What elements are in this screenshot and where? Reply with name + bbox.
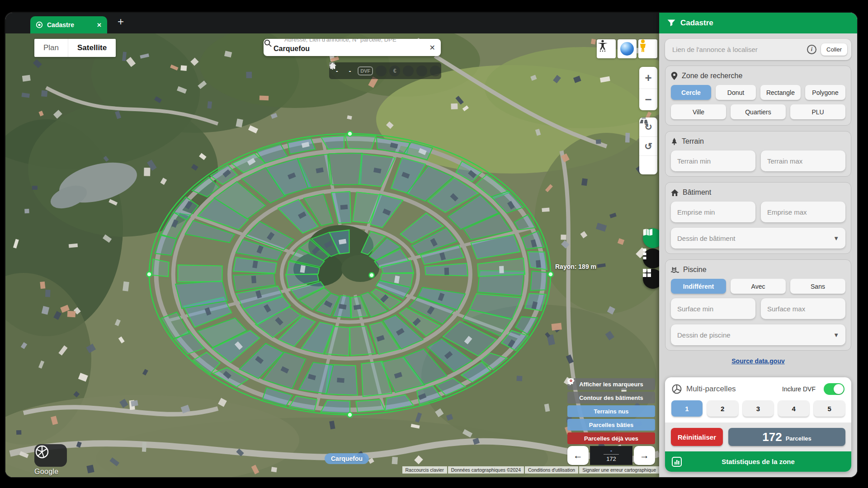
terrain-max-input[interactable]: Terrain max [761, 150, 845, 171]
parcel-counter: - 172 [590, 446, 632, 465]
parcel-slices-icon [672, 384, 682, 394]
chevron-down-icon: ▼ [833, 235, 839, 242]
stacked-squares-icon [643, 249, 646, 259]
zone-shape-donut[interactable]: Donut [716, 85, 756, 100]
toggle-bare-land-button[interactable]: Terrains nus [567, 405, 655, 417]
count-2-button[interactable]: 2 [707, 400, 738, 417]
tab-close-icon[interactable]: ✕ [97, 22, 102, 28]
zoom-out-button[interactable]: − [639, 89, 657, 110]
surface-min-input[interactable]: Surface min [671, 298, 755, 319]
count-3-button[interactable]: 3 [743, 400, 774, 417]
include-dvf-label: Inclure DVF [782, 385, 816, 393]
piscine-shape-select[interactable]: Dessin de piscine ▼ [671, 324, 845, 345]
browser-tab-cadastre[interactable]: Cadastre ✕ [30, 16, 107, 33]
dvf-badge[interactable]: DVF [358, 66, 373, 75]
toggle-seen-parcels-button[interactable]: Parcelles déjà vues [567, 432, 655, 444]
terms-link[interactable]: Conditions d'utilisation [525, 466, 578, 474]
batiment-section: Bâtiment Emprise min Emprise max Dessin … [665, 182, 851, 254]
parcel-total-label: Parcelles [786, 435, 811, 442]
pin-icon[interactable] [376, 66, 387, 76]
pool-ladder-icon [671, 267, 679, 273]
multi-parcelles-title: Multi-parcelles [686, 385, 778, 394]
search-clear-icon[interactable]: ✕ [429, 43, 435, 52]
terrain-min-input[interactable]: Terrain min [671, 150, 755, 171]
zone-shape-cercle[interactable]: Cercle [671, 85, 711, 100]
zone-shape-quartiers[interactable]: Quartiers [731, 104, 786, 119]
zoom-in-button[interactable]: + [639, 67, 657, 89]
toggle-markers-button[interactable]: Afficher les marqueurs [567, 378, 655, 390]
zone-shape-ville[interactable]: Ville [671, 104, 726, 119]
pegman-button[interactable] [638, 39, 657, 58]
parcel-total-button[interactable]: 172 Parcelles [728, 428, 845, 446]
prev-parcel-button[interactable]: ← [567, 446, 589, 465]
zone-shape-rectangle[interactable]: Rectangle [760, 85, 801, 100]
street-view-coverage-icon[interactable] [34, 444, 67, 467]
piscine-option-sans[interactable]: Sans [790, 279, 845, 294]
count-1-button[interactable]: 1 [671, 400, 703, 417]
parcel-pager: ← - 172 → [567, 446, 655, 465]
earth-view-button[interactable] [618, 39, 637, 58]
reset-button[interactable]: Réinitialiser [671, 428, 723, 446]
piscine-option-indifferent[interactable]: Indifférent [671, 279, 726, 294]
search-placeholder: Adresse, Lien d'annonce, N° parcelle, DP… [284, 39, 396, 43]
terrain-section: Terrain Terrain min Terrain max [665, 131, 851, 177]
piscine-option-avec[interactable]: Avec [731, 279, 786, 294]
city-label[interactable]: Carquefou [325, 453, 369, 464]
list-options-button[interactable] [643, 249, 659, 268]
grid-view-button[interactable] [643, 269, 659, 289]
report-error-link[interactable]: Signaler une erreur cartographique [579, 466, 659, 474]
grid-icon [643, 269, 651, 277]
zone-shape-polygone[interactable]: Polygone [805, 85, 845, 100]
folded-map-icon [643, 228, 653, 236]
toggle-building-outline-button[interactable]: Contour des bâtiments [567, 392, 655, 404]
multi-actions: Réinitialiser 172 Parcelles [665, 422, 851, 451]
chat-icon[interactable] [403, 66, 414, 76]
shortcuts-link[interactable]: Raccourcis clavier [402, 466, 447, 474]
next-parcel-button[interactable]: → [634, 446, 655, 465]
tilt-view-button[interactable] [639, 155, 657, 174]
filter-icon [667, 19, 675, 27]
surface-max-input[interactable]: Surface max [761, 298, 845, 319]
source-link-wrap: Source data.gouv [665, 357, 851, 365]
count-5-button[interactable]: 5 [814, 400, 845, 417]
tree-icon [671, 138, 678, 145]
count-4-button[interactable]: 4 [778, 400, 809, 417]
map-type-satellite[interactable]: Satellite [68, 39, 116, 57]
quick-filter-bar: - - DVF € [329, 62, 441, 79]
home-value: - [349, 67, 351, 75]
toggle-built-parcels-button[interactable]: Parcelles bâties [567, 419, 655, 431]
piscine-section: Piscine Indifférent Avec Sans Surface mi… [665, 259, 851, 351]
new-tab-button[interactable]: + [118, 15, 124, 28]
emprise-max-input[interactable]: Emprise max [761, 202, 845, 222]
include-dvf-toggle[interactable] [824, 383, 844, 395]
zone-section: Zone de recherche Cercle Donut Rectangle… [665, 66, 851, 126]
map-layers-button[interactable] [643, 228, 659, 248]
rotate-ccw-button[interactable]: ↺ [639, 136, 657, 155]
radius-label: Rayon: 189 m [555, 263, 596, 270]
accessibility-button[interactable] [597, 39, 616, 58]
batiment-shape-select[interactable]: Dessin de bâtiment ▼ [671, 228, 845, 249]
source-datagouv-link[interactable]: Source data.gouv [731, 357, 784, 365]
zone-statistics-button[interactable]: Statistiques de la zone [665, 451, 851, 472]
mail-icon[interactable] [416, 66, 427, 76]
terrain-section-title: Terrain [682, 137, 704, 145]
person-icon[interactable] [430, 66, 441, 76]
map-artwork [5, 33, 659, 477]
euro-icon[interactable]: € [389, 66, 400, 76]
info-icon[interactable]: i [807, 45, 816, 54]
map-type-plan[interactable]: Plan [34, 39, 68, 57]
rotate-control: ↻ ↺ [639, 117, 657, 174]
parcel-count-selector: 1 2 3 4 5 [665, 399, 851, 422]
listing-link-input[interactable]: Lien de l'annonce à localiser i Coller [665, 39, 851, 60]
search-input[interactable]: Carquefou [274, 45, 425, 53]
zone-statistics-label: Statistiques de la zone [722, 458, 795, 465]
app-window: Cadastre ✕ + Plan Satellite Adresse, Lie… [5, 13, 857, 477]
emprise-min-input[interactable]: Emprise min [671, 202, 755, 222]
chevron-down-icon: ▼ [833, 332, 839, 338]
search-box[interactable]: Adresse, Lien d'annonce, N° parcelle, DP… [264, 39, 441, 56]
map-canvas[interactable]: Plan Satellite Adresse, Lien d'annonce, … [5, 33, 659, 477]
tab-title: Cadastre [47, 21, 93, 28]
zone-shape-plu[interactable]: PLU [790, 104, 845, 119]
paste-button[interactable]: Coller [821, 43, 847, 56]
map-pin-icon [671, 72, 678, 80]
